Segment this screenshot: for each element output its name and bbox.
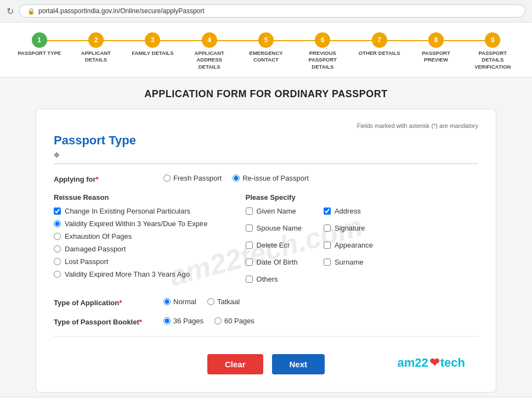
form-card: am22tech.com Fields marked with asterisk… [36,109,496,393]
reason-validity-radio[interactable] [54,220,61,227]
normal-label: Normal [173,298,196,306]
reason-validity-3years[interactable]: Validity Expired Within 3 Years/Due To E… [54,220,240,228]
specify-others-checkbox[interactable] [246,276,253,283]
tatkaal-label: Tatkaal [217,298,240,306]
reason-lost-radio[interactable] [54,258,61,265]
mandatory-note: Fields marked with asterisk (*) are mand… [54,122,478,129]
specify-surname-checkbox[interactable] [324,259,331,266]
specify-signature-checkbox[interactable] [324,225,331,232]
lock-icon: 🔒 [27,8,35,15]
reason-damaged-radio[interactable] [54,245,61,253]
section-title: Passport Type [54,133,478,148]
normal-radio[interactable] [163,298,171,305]
step-circle-6[interactable]: 7 [372,32,387,48]
step-item-8: 9PASSPORT DETAILS VERIFICATION [465,32,521,70]
36pages-option[interactable]: 36 Pages [163,317,203,325]
step-circle-4[interactable]: 5 [258,32,274,48]
brand-text-before: am22 [397,356,428,370]
required-star: * [96,175,99,183]
specify-signature[interactable]: Signature [324,224,373,232]
reason-exhaustion-radio[interactable] [54,233,61,240]
step-label-8: PASSPORT DETAILS VERIFICATION [471,50,514,70]
step-circle-1[interactable]: 2 [88,32,104,48]
stepper: 1PASSPORT TYPE2APPLICANT DETAILS3FAMILY … [0,23,532,77]
type-of-booklet-row: Type of Passport Booklet* 36 Pages 60 Pa… [54,317,478,326]
please-specify-title: Please Specify [246,193,478,201]
step-item-1: 2APPLICANT DETAILS [67,32,124,64]
step-label-6: OTHER DETAILS [359,50,400,57]
specify-address-checkbox[interactable] [324,208,331,215]
specify-delete-ecr-checkbox[interactable] [246,242,253,249]
step-item-2: 3FAMILY DETAILS [124,32,181,57]
36pages-radio[interactable] [163,317,171,324]
tatkaal-option[interactable]: Tatkaal [207,298,240,306]
60pages-radio[interactable] [214,317,222,324]
specify-col1: Given Name Spouse Name Delete Ecr [246,207,302,288]
step-item-4: 5EMERGENCY CONTACT [237,32,294,64]
step-label-5: PREVIOUS PASSPORT DETAILS [301,50,344,70]
step-item-5: 6PREVIOUS PASSPORT DETAILS [295,32,351,70]
specify-cols: Given Name Spouse Name Delete Ecr [246,207,478,288]
reason-change-particulars[interactable]: Change In Existing Personal Particulars [54,207,240,215]
section-divider [54,163,478,164]
specify-date-of-birth[interactable]: Date Of Birth [246,258,302,266]
specify-address[interactable]: Address [324,207,373,215]
url-text: portal4.passportindia.gov.in/Online/secu… [38,7,205,15]
reason-lost[interactable]: Lost Passport [54,257,240,266]
60pages-label: 60 Pages [224,317,254,325]
normal-option[interactable]: Normal [163,298,196,306]
reissue-reason-title: Reissue Reason [54,193,240,201]
fresh-passport-radio[interactable] [163,175,171,182]
reason-change-checkbox[interactable] [54,208,61,215]
two-col-section: Reissue Reason Change In Existing Person… [54,193,478,288]
diamond-icon: ◆ [54,150,478,159]
step-circle-2[interactable]: 3 [145,32,160,48]
step-circle-7[interactable]: 8 [428,32,444,48]
type-of-application-row: Type of Application* Normal Tatkaal [54,298,478,307]
tatkaal-radio[interactable] [207,298,214,305]
step-item-3: 4APPLICANT ADDRESS DETAILS [181,32,237,70]
reissue-passport-radio[interactable] [233,175,240,182]
reason-validity-3yearsago[interactable]: Validity Expired More Than 3 Years Ago [54,270,240,278]
specify-dob-checkbox[interactable] [246,259,253,266]
step-item-6: 7OTHER DETAILS [351,32,408,57]
step-label-3: APPLICANT ADDRESS DETAILS [188,50,231,70]
page-content: 1PASSPORT TYPE2APPLICANT DETAILS3FAMILY … [0,23,532,396]
reason-exhaustion[interactable]: Exhaustion Of Pages [54,232,240,240]
type-of-application-options: Normal Tatkaal [163,298,240,306]
specify-given-name[interactable]: Given Name [246,207,302,215]
specify-given-name-checkbox[interactable] [246,208,253,215]
specify-surname[interactable]: Surname [324,258,373,266]
step-label-2: FAMILY DETAILS [132,50,173,57]
browser-bar: ↻ 🔒 portal4.passportindia.gov.in/Online/… [0,0,532,23]
specify-appearance-checkbox[interactable] [324,242,331,249]
type-of-booklet-options: 36 Pages 60 Pages [163,317,254,325]
refresh-icon[interactable]: ↻ [7,6,14,16]
specify-delete-ecr[interactable]: Delete Ecr [246,241,302,249]
brand-text-after: tech [440,356,465,370]
60pages-option[interactable]: 60 Pages [214,317,254,325]
specify-others[interactable]: Others [246,275,302,283]
next-button[interactable]: Next [272,354,325,374]
step-circle-0[interactable]: 1 [32,32,47,48]
step-circle-5[interactable]: 6 [315,32,330,48]
step-circle-3[interactable]: 4 [202,32,217,48]
reissue-reason-col: Reissue Reason Change In Existing Person… [54,193,240,288]
url-bar[interactable]: 🔒 portal4.passportindia.gov.in/Online/se… [19,4,525,18]
step-circle-8[interactable]: 9 [485,32,500,48]
applying-for-row: Applying for* Fresh Passport Re-issue of… [54,174,478,183]
type-of-booklet-label: Type of Passport Booklet* [54,317,163,326]
specify-appearance[interactable]: Appearance [324,241,373,249]
clear-button[interactable]: Clear [207,354,263,374]
step-label-4: EMERGENCY CONTACT [244,50,288,64]
specify-spouse-name[interactable]: Spouse Name [246,224,302,232]
reason-damaged[interactable]: Damaged Passport [54,245,240,253]
specify-spouse-checkbox[interactable] [246,225,253,232]
step-item-0: 1PASSPORT TYPE [11,32,67,57]
type-of-application-label: Type of Application* [54,298,163,307]
applying-for-label: Applying for* [54,174,163,183]
reissue-passport-option[interactable]: Re-issue of Passport [233,174,309,182]
reason-3yearsago-radio[interactable] [54,271,61,278]
fresh-passport-label: Fresh Passport [173,174,222,182]
fresh-passport-option[interactable]: Fresh Passport [163,174,222,182]
